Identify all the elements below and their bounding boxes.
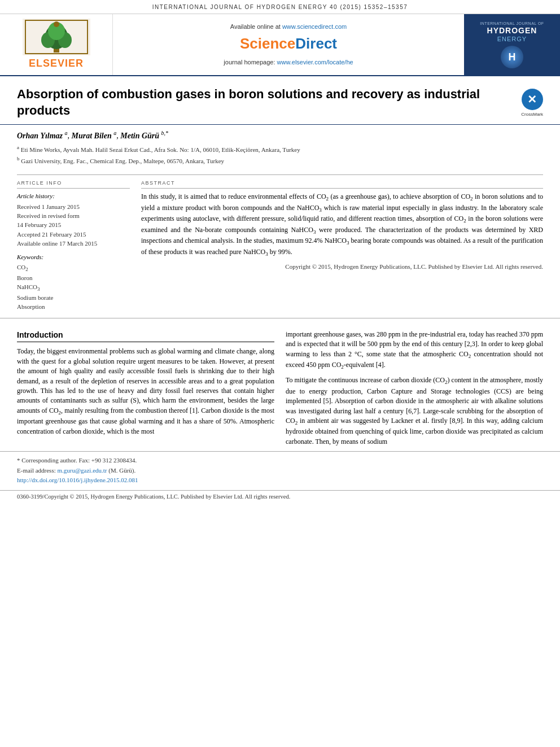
abstract-copyright: Copyright © 2015, Hydrogen Energy Public… [141, 263, 543, 271]
elsevier-logo: ELSEVIER [23, 19, 90, 71]
doi-link[interactable]: http://dx.doi.org/10.1016/j.ijhydene.201… [17, 477, 138, 483]
accepted-date: Accepted 21 February 2015 [17, 230, 130, 239]
journal-header-top: INTERNATIONAL JOURNAL OF HYDROGEN ENERGY… [0, 0, 560, 14]
keyword-absorption: Absorption [17, 303, 130, 311]
article-info-panel: ARTICLE INFO Article history: Received 1… [17, 180, 130, 312]
paper-title-section: Absorption of combustion gases in boron … [0, 76, 560, 125]
crossmark-icon: ✕ [522, 89, 543, 110]
keywords-title: Keywords: [17, 253, 130, 261]
elsevier-logo-area: ELSEVIER [0, 14, 113, 75]
hydrogen-word: HYDROGEN [487, 27, 537, 35]
header-row: ELSEVIER Available online at www.science… [0, 14, 560, 76]
crossmark-label: CrossMark [521, 111, 543, 117]
crossmark-area[interactable]: ✕ CrossMark [521, 89, 543, 117]
article-info-abstract: ARTICLE INFO Article history: Received 1… [0, 180, 560, 318]
sciencedirect-text: Direct [295, 35, 337, 52]
elsevier-tree-icon [23, 19, 90, 55]
hydrogen-icon: H [501, 46, 523, 68]
abstract-text: In this study, it is aimed that to reduc… [141, 192, 543, 258]
hydrogen-energy-logo-area: INTERNATIONAL JOURNAL OF HYDROGEN ENERGY… [464, 14, 560, 75]
authors-section: Orhan Yılmaz a, Murat Bilen a, Metin Gür… [0, 125, 560, 169]
keyword-co2: CO2 [17, 263, 130, 273]
sciencedirect-logo: ScienceDirect [240, 33, 337, 54]
hydrogen-logo: INTERNATIONAL JOURNAL OF HYDROGEN ENERGY… [480, 21, 544, 69]
right-column: important greenhouse gases, was 280 ppm … [286, 330, 543, 451]
affiliation-b: b Gazi University, Eng. Fac., Chemical E… [17, 155, 543, 165]
article-info-title: ARTICLE INFO [17, 180, 130, 189]
hydrogen-energy-word: ENERGY [497, 35, 527, 43]
received-revised-label: Received in revised form [17, 212, 130, 220]
email-note: E-mail address: m.guru@gazi.edu.tr (M. G… [17, 466, 543, 475]
revised-date: 14 February 2015 [17, 221, 130, 229]
keyword-nahco3: NaHCO3 [17, 283, 130, 293]
main-content: Introduction Today, the biggest environm… [0, 318, 560, 451]
journal-homepage-url[interactable]: www.elsevier.com/locate/he [277, 59, 353, 65]
keywords-section: Keywords: CO2 Boron NaHCO3 Sodium borate… [17, 253, 130, 312]
corresponding-author-note: * Corresponding author. Fax: +90 312 230… [17, 456, 543, 465]
doi-text: http://dx.doi.org/10.1016/j.ijhydene.201… [17, 476, 543, 484]
received-date-1: Received 1 January 2015 [17, 203, 130, 211]
journal-homepage: journal homepage: www.elsevier.com/locat… [224, 58, 353, 67]
elsevier-wordmark: ELSEVIER [29, 56, 84, 71]
paper-title: Absorption of combustion gases in boron … [17, 86, 510, 119]
keyword-sodium-borate: Sodium borate [17, 294, 130, 302]
divider-after-authors [17, 174, 543, 175]
authors-line: Orhan Yılmaz a, Murat Bilen a, Metin Gür… [17, 129, 543, 141]
article-history-title: Article history: [17, 192, 130, 200]
left-column: Introduction Today, the biggest environm… [17, 330, 274, 451]
footnote-section: * Corresponding author. Fax: +90 312 230… [0, 451, 560, 490]
sciencedirect-url[interactable]: www.sciencedirect.com [282, 23, 347, 30]
affiliation-a: a Eti Mine Works, Ayvalı Mah. Halil Seza… [17, 144, 543, 154]
keyword-boron: Boron [17, 274, 130, 282]
available-online-text: Available online at www.sciencedirect.co… [230, 23, 347, 31]
email-link[interactable]: m.guru@gazi.edu.tr [57, 467, 107, 474]
sciencedirect-area: Available online at www.sciencedirect.co… [113, 14, 464, 75]
available-online-date: Available online 17 March 2015 [17, 239, 130, 248]
abstract-title: ABSTRACT [141, 180, 543, 189]
intro-paragraph-2: important greenhouse gases, was 280 ppm … [286, 330, 543, 372]
intro-paragraph-3: To mitigate the continuous increase of c… [286, 375, 543, 447]
abstract-panel: ABSTRACT In this study, it is aimed that… [141, 180, 543, 312]
intro-paragraph-1: Today, the biggest environmental problem… [17, 347, 274, 436]
footer-copyright: 0360-3199/Copyright © 2015, Hydrogen Ene… [0, 490, 560, 504]
introduction-title: Introduction [17, 330, 274, 343]
svg-point-7 [54, 21, 59, 27]
